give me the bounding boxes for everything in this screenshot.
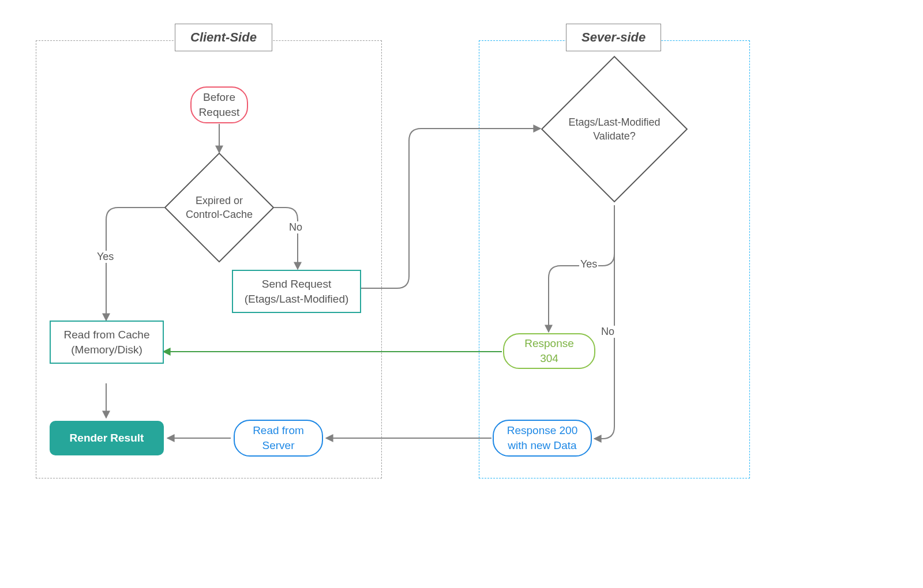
node-read-cache-label: Read from Cache (Memory/Disk)	[64, 327, 150, 357]
node-response-304: Response 304	[503, 333, 595, 369]
node-send-request-label: Send Request (Etags/Last-Modified)	[245, 277, 349, 306]
node-render-result: Render Result	[50, 421, 164, 455]
client-panel-title: Client-Side	[175, 24, 272, 51]
node-validate-label: Etags/Last-Modified Validate?	[548, 115, 681, 144]
diagram-canvas: Client-Side Sever-side	[0, 0, 808, 519]
node-before-request-label: Before Request	[199, 90, 240, 119]
node-render-result-label: Render Result	[70, 431, 144, 446]
node-response-200: Response 200 with new Data	[493, 420, 592, 457]
edge-label-no-2: No	[600, 326, 616, 338]
node-response-200-label: Response 200 with new Data	[507, 423, 578, 453]
server-panel-title: Sever-side	[566, 24, 661, 51]
node-expired-check-label: Expired or Control-Cache	[167, 194, 271, 222]
node-send-request: Send Request (Etags/Last-Modified)	[232, 270, 361, 313]
node-read-server-label: Read from Server	[253, 423, 304, 453]
node-expired-check: Expired or Control-Cache	[164, 153, 274, 262]
node-read-cache: Read from Cache (Memory/Disk)	[50, 321, 164, 364]
edge-label-yes-2: Yes	[579, 258, 598, 270]
node-before-request: Before Request	[190, 86, 248, 123]
node-validate: Etags/Last-Modified Validate?	[539, 54, 689, 204]
node-response-304-label: Response 304	[516, 336, 583, 365]
edge-label-no-1: No	[288, 221, 303, 233]
edge-label-yes-1: Yes	[96, 251, 115, 263]
node-read-server: Read from Server	[234, 420, 323, 457]
